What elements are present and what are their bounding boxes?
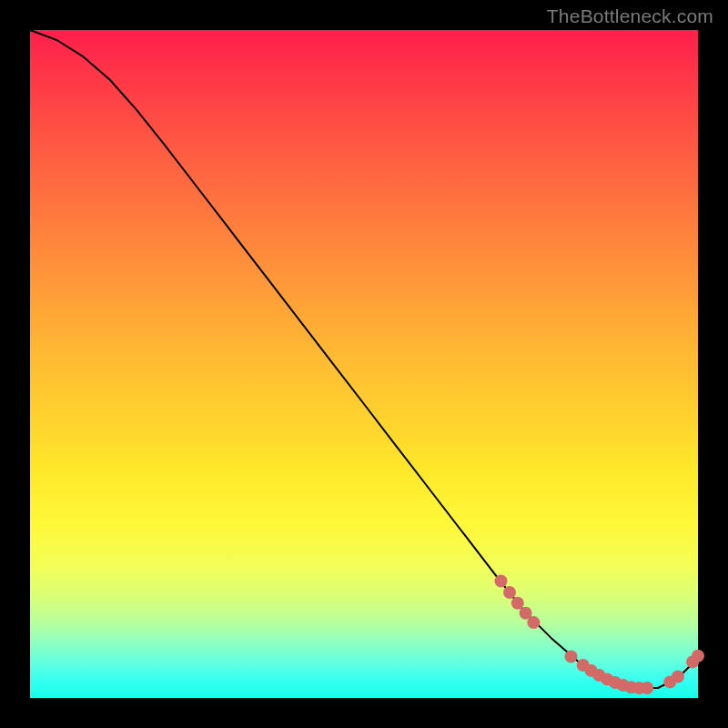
markers-group — [495, 575, 705, 695]
data-marker — [495, 575, 508, 588]
data-marker — [641, 682, 653, 694]
data-marker — [503, 586, 516, 599]
data-marker — [692, 650, 704, 662]
data-marker — [511, 597, 524, 610]
curve-line — [30, 30, 698, 688]
data-marker — [565, 651, 578, 663]
chart-frame: TheBottleneck.com — [0, 0, 728, 728]
chart-svg — [30, 30, 698, 698]
data-marker — [672, 671, 684, 683]
watermark-text: TheBottleneck.com — [547, 5, 713, 27]
plot-area — [30, 30, 698, 698]
data-marker — [527, 616, 540, 629]
